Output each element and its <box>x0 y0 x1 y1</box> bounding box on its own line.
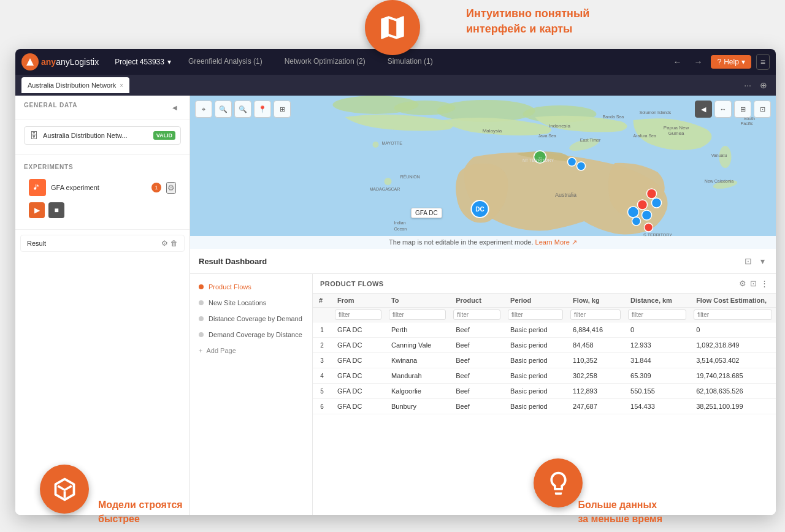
data-network-item[interactable]: 🗄 Australia Distribution Netw... VALID <box>24 126 181 145</box>
map-info-bar: The map is not editable in the experimen… <box>190 236 776 249</box>
inactive-indicator <box>199 316 204 321</box>
svg-text:RÉUNION: RÉUNION <box>400 174 420 179</box>
play-button[interactable]: ▶ <box>29 202 45 218</box>
logo: anyanyLogistix <box>21 53 99 70</box>
cell-flow: 247,687 <box>567 399 624 414</box>
svg-text:MADAGASCAR: MADAGASCAR <box>370 187 400 191</box>
svg-point-14 <box>638 200 648 210</box>
sidebar-header: GENERAL DATA ◀ <box>15 96 190 120</box>
map-tool-pin[interactable]: 📍 <box>254 101 271 118</box>
filter-cost[interactable] <box>690 308 776 322</box>
cell-distance: 12.933 <box>624 338 690 353</box>
nav-product-flows[interactable]: Product Flows <box>190 279 312 295</box>
menu-button[interactable]: ≡ <box>756 54 770 70</box>
cell-period: Basic period <box>504 399 567 414</box>
table-expand-button[interactable]: ⊡ <box>750 279 757 288</box>
filter-to-input[interactable] <box>389 310 446 320</box>
tab-network[interactable]: Network Optimization (2) <box>274 49 377 75</box>
nav-distance-coverage[interactable]: Distance Coverage by Demand <box>190 311 312 327</box>
tab-greenfield[interactable]: Greenfield Analysis (1) <box>177 49 274 75</box>
filter-distance-input[interactable] <box>628 310 686 320</box>
svg-point-18 <box>652 198 662 208</box>
filter-from[interactable] <box>331 308 385 322</box>
add-tab-button[interactable]: ⊕ <box>757 79 770 91</box>
experiment-settings-button[interactable]: ⚙ <box>166 182 176 194</box>
cell-product: Beef <box>450 338 504 353</box>
cell-to: Kwinana <box>385 353 450 368</box>
dashboard-area: Result Dashboard ⊡ ▾ Product Flows <box>190 249 776 515</box>
tab-australia-distribution[interactable]: Australia Distribution Network × <box>21 77 129 93</box>
add-page-button[interactable]: + Add Page <box>190 343 312 359</box>
filter-to[interactable] <box>385 308 450 322</box>
map-tool-zoom-in[interactable]: 🔍 <box>215 101 232 118</box>
table-toolbar: ⚙ ⊡ ⋮ <box>739 279 768 288</box>
filter-flow[interactable] <box>567 308 624 322</box>
more-icon[interactable]: ··· <box>741 79 754 91</box>
collapse-sidebar-button[interactable]: ◀ <box>169 102 181 113</box>
map-tool-home[interactable]: ⌖ <box>195 101 212 118</box>
forward-button[interactable]: → <box>690 55 706 69</box>
expand-button[interactable]: ⊡ <box>742 255 754 267</box>
settings-icon[interactable]: ⚙ <box>161 239 168 248</box>
map-expand-button[interactable]: ⊡ <box>754 101 771 118</box>
map-share-button[interactable]: ↔ <box>714 101 732 118</box>
map-table-button[interactable]: ⊞ <box>734 101 751 118</box>
help-icon: ? <box>717 58 721 66</box>
filter-product[interactable] <box>450 308 504 322</box>
table-more-button[interactable]: ⋮ <box>760 279 768 288</box>
col-to: To <box>385 294 450 308</box>
table-row: 4 GFA DC Mandurah Beef Basic period 302,… <box>313 368 776 384</box>
svg-text:Guinea: Guinea <box>668 131 684 136</box>
table-row: 2 GFA DC Canning Vale Beef Basic period … <box>313 338 776 353</box>
filter-period[interactable] <box>504 308 567 322</box>
dashboard-nav: Product Flows New Site Locations Distanc… <box>190 274 313 515</box>
map-tool-zoom-out[interactable]: 🔍 <box>234 101 251 118</box>
filter-cost-input[interactable] <box>694 310 772 320</box>
stop-button[interactable]: ■ <box>48 202 64 218</box>
svg-text:DC: DC <box>475 206 484 213</box>
svg-text:Java Sea: Java Sea <box>538 134 556 138</box>
app-window: anyanyLogistix Project 453933 ▾ Greenfie… <box>15 49 776 515</box>
learn-more-link[interactable]: Learn More ↗ <box>535 238 577 246</box>
filter-from-input[interactable] <box>335 310 381 320</box>
filter-num <box>313 308 331 322</box>
sidebar: GENERAL DATA ◀ 🗄 Australia Distribution … <box>15 96 190 515</box>
table-settings-button[interactable]: ⚙ <box>739 279 746 288</box>
cell-distance: 0 <box>624 322 690 338</box>
table-row: 5 GFA DC Kalgoorlie Beef Basic period 11… <box>313 384 776 399</box>
cell-num: 1 <box>313 322 331 338</box>
nav-demand-coverage[interactable]: Demand Coverage by Distance <box>190 327 312 343</box>
chevron-down-icon: ▾ <box>167 58 171 66</box>
cell-distance: 550.155 <box>624 384 690 399</box>
map-toolbar: ⌖ 🔍 🔍 📍 ⊞ <box>195 101 291 118</box>
filter-flow-input[interactable] <box>570 310 621 320</box>
cell-flow: 6,884,416 <box>567 322 624 338</box>
collapse-button[interactable]: ▾ <box>758 255 767 267</box>
cell-num: 2 <box>313 338 331 353</box>
map-collapse-button[interactable]: ◀ <box>695 101 712 118</box>
result-item[interactable]: Result ⚙ 🗑 <box>20 235 185 252</box>
map-right-toolbar: ◀ ↔ ⊞ ⊡ <box>695 101 771 118</box>
cell-distance: 154.433 <box>624 399 690 414</box>
trash-icon[interactable]: 🗑 <box>170 239 178 248</box>
cell-period: Basic period <box>504 384 567 399</box>
nav-new-site-locations[interactable]: New Site Locations <box>190 295 312 311</box>
back-button[interactable]: ← <box>669 55 685 69</box>
right-content: DC ↔ <box>190 96 776 515</box>
map-tool-layers[interactable]: ⊞ <box>274 101 291 118</box>
help-button[interactable]: ? Help ▾ <box>711 55 751 69</box>
filter-product-input[interactable] <box>453 310 500 320</box>
cell-distance: 31.844 <box>624 353 690 368</box>
chevron-down-icon: ▾ <box>741 58 745 66</box>
filter-period-input[interactable] <box>508 310 563 320</box>
nav-tabs: Greenfield Analysis (1) Network Optimiza… <box>177 49 670 75</box>
tab-label: Australia Distribution Network <box>28 82 116 89</box>
filter-distance[interactable] <box>624 308 690 322</box>
close-icon[interactable]: × <box>120 82 123 89</box>
svg-text:East Timor: East Timor <box>580 138 601 142</box>
project-selector[interactable]: Project 453933 ▾ <box>109 55 177 69</box>
cell-cost: 19,740,218.685 <box>690 368 776 384</box>
col-product: Product <box>450 294 504 308</box>
divider-2 <box>15 229 190 230</box>
svg-text:Ocean: Ocean <box>394 227 407 231</box>
